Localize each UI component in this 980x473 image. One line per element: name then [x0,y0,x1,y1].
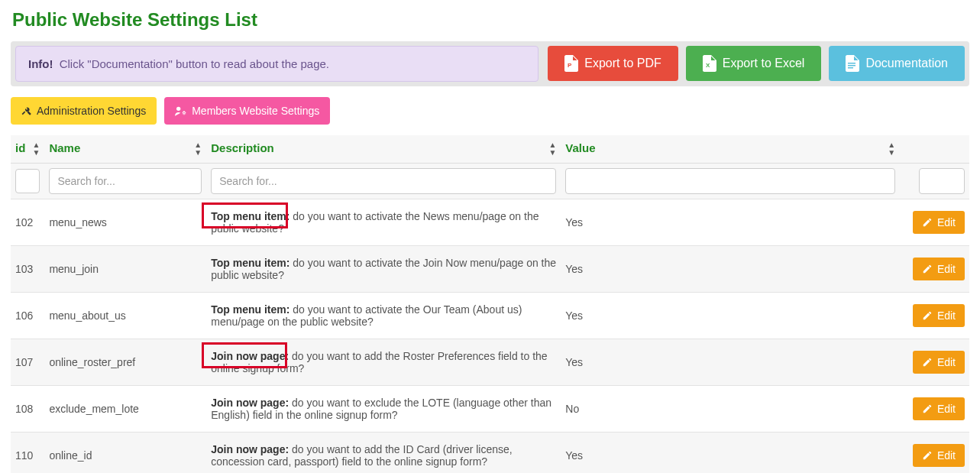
edit-label: Edit [937,263,956,275]
cell-description: Top menu item: do you want to activate t… [206,293,561,339]
cell-name: exclude_mem_lote [44,386,206,433]
cell-id: 106 [11,293,44,339]
page-title: Public Website Settings List [11,0,969,41]
svg-point-5 [176,107,180,111]
edit-icon [922,357,933,368]
column-header-action [900,135,969,164]
edit-icon [922,403,933,414]
column-header-name[interactable]: Name ▲▼ [44,135,206,164]
cell-id: 107 [11,339,44,386]
edit-label: Edit [937,449,956,462]
edit-label: Edit [937,403,956,415]
col-name-label: Name [49,141,80,154]
cell-name: online_roster_pref [44,339,206,386]
table-row: 102menu_newsTop menu item: do you want t… [11,199,969,246]
export-pdf-button[interactable]: P Export to PDF [548,46,678,81]
edit-icon [922,217,933,228]
info-alert: Info! Click "Documentation" button to re… [15,46,539,82]
col-id-label: id [15,141,25,154]
cell-id: 108 [11,386,44,433]
export-excel-label: Export to Excel [723,57,805,70]
column-header-id[interactable]: id ▲▼ [11,135,44,164]
description-filter-input[interactable] [211,168,556,194]
cell-name: menu_about_us [44,293,206,339]
cell-value: Yes [561,293,900,339]
svg-rect-4 [848,67,853,69]
action-filter-input[interactable] [919,168,965,194]
svg-text:P: P [568,62,572,69]
sort-icon: ▲▼ [888,141,895,157]
column-header-value[interactable]: Value ▲▼ [561,135,900,164]
cell-value: Yes [561,433,900,474]
file-pdf-icon: P [564,55,578,72]
cell-value: No [561,386,900,433]
svg-rect-3 [848,65,855,66]
file-doc-icon [846,55,859,72]
users-cog-icon [175,105,187,116]
top-action-bar: Info! Click "Documentation" button to re… [11,41,969,86]
export-pdf-label: Export to PDF [584,57,661,70]
svg-rect-2 [848,63,855,64]
cell-name: menu_join [44,246,206,293]
info-text: Click "Documentation" button to read abo… [56,57,329,70]
admin-settings-button[interactable]: Administration Settings [11,97,157,125]
svg-point-6 [183,112,186,114]
filter-row [11,164,969,199]
sort-icon: ▲▼ [194,141,202,157]
edit-icon [922,310,933,321]
col-value-label: Value [565,141,595,154]
name-filter-input[interactable] [49,168,202,194]
cell-description: Join now page: do you want to add the Ro… [206,339,561,386]
export-buttons: P Export to PDF X Export to Excel Docume… [548,46,965,82]
edit-button[interactable]: Edit [913,444,965,467]
documentation-button[interactable]: Documentation [829,46,965,81]
edit-button[interactable]: Edit [913,397,965,420]
edit-button[interactable]: Edit [913,304,965,327]
table-row: 108exclude_mem_loteJoin now page: do you… [11,386,969,433]
svg-text:X: X [706,62,710,69]
edit-icon [922,450,933,461]
tools-icon [21,105,32,116]
value-filter-input[interactable] [565,168,895,194]
export-excel-button[interactable]: X Export to Excel [686,46,822,81]
cell-value: Yes [561,246,900,293]
select-all-checkbox[interactable] [15,169,40,193]
cell-value: Yes [561,339,900,386]
cell-value: Yes [561,199,900,246]
settings-table: id ▲▼ Name ▲▼ Description ▲▼ Value ▲▼ [11,135,969,473]
cell-description: Join now page: do you want to exclude th… [206,386,561,433]
cell-name: online_id [44,433,206,474]
edit-label: Edit [937,216,956,228]
cell-description: Join now page: do you want to add the ID… [206,433,561,474]
cell-description: Top menu item: do you want to activate t… [206,246,561,293]
cell-name: menu_news [44,199,206,246]
table-row: 103menu_joinTop menu item: do you want t… [11,246,969,293]
edit-label: Edit [937,309,956,322]
table-row: 110online_idJoin now page: do you want t… [11,433,969,474]
cell-id: 103 [11,246,44,293]
file-excel-icon: X [703,55,716,72]
cell-id: 110 [11,433,44,474]
admin-settings-label: Administration Settings [37,105,146,117]
column-header-description[interactable]: Description ▲▼ [206,135,561,164]
edit-button[interactable]: Edit [913,351,965,374]
edit-button[interactable]: Edit [913,211,965,234]
edit-icon [922,264,933,274]
table-row: 107online_roster_prefJoin now page: do y… [11,339,969,386]
edit-button[interactable]: Edit [913,258,965,280]
cell-id: 102 [11,199,44,246]
table-row: 106menu_about_usTop menu item: do you wa… [11,293,969,339]
members-settings-button[interactable]: Members Website Settings [164,97,330,125]
col-desc-label: Description [211,141,274,154]
info-label: Info! [28,57,53,70]
sort-icon: ▲▼ [32,141,40,157]
sort-icon: ▲▼ [548,141,556,157]
members-settings-label: Members Website Settings [192,105,319,117]
cell-description: Top menu item: do you want to activate t… [206,199,561,246]
documentation-label: Documentation [865,57,948,70]
settings-tabs: Administration Settings Members Website … [11,97,969,125]
edit-label: Edit [937,356,956,368]
